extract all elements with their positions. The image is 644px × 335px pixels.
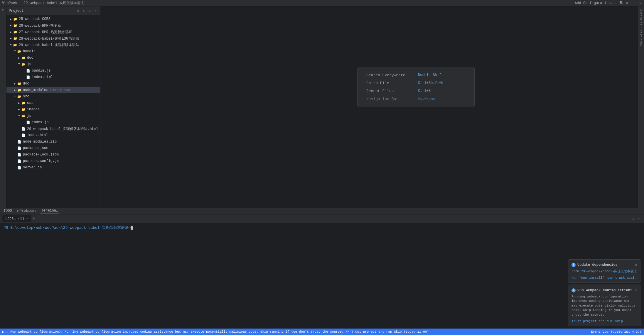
folder-open-icon: 📂 xyxy=(21,62,26,67)
tree-item-postcss-config[interactable]: ▶ 📄 postcss.config.js xyxy=(6,158,100,164)
status-bar-message: Run webpack configuration?: Running webp… xyxy=(10,330,589,334)
add-config-button[interactable]: Add Configuration... xyxy=(575,1,617,5)
js-file-icon: 📄 xyxy=(17,159,22,163)
tree-item-src[interactable]: ▼ 📂 src xyxy=(6,93,100,100)
project-tree-content[interactable]: ▶ 📁 25-webpack-CORS ▶ 📁 26-webpack-HMR-热… xyxy=(6,15,100,208)
tree-item-27-webpack-HMR[interactable]: ▶ 📁 27-webpack-HMR-热更新处理JS xyxy=(6,29,100,35)
folder-open-icon: 📂 xyxy=(13,43,18,47)
tree-item-package-lock-json[interactable]: ▶ 📄 package-lock.json xyxy=(6,151,100,158)
folder-open-icon: 📂 xyxy=(17,94,22,99)
tree-item-label: 26-webpack-HMR-热更新 xyxy=(19,23,61,28)
tab-todo[interactable]: TODO xyxy=(2,208,13,214)
html-file-icon: 📄 xyxy=(21,133,26,138)
tree-item-label: images xyxy=(27,107,40,111)
search-row-goto-file[interactable]: Go to File Ctrl+Shift+N xyxy=(366,81,466,85)
terminal-gear-icon[interactable]: ⚙ xyxy=(631,216,636,221)
terminal-local-tab[interactable]: Local (2) × xyxy=(2,215,31,222)
tree-item-index-html-src[interactable]: ▶ 📄 index.html xyxy=(6,132,100,138)
search-row-recent-files[interactable]: Recent Files Ctrl+E xyxy=(366,89,466,93)
collapse-all-icon[interactable]: ⊟ xyxy=(75,9,80,13)
arrow-icon: ▶ xyxy=(17,107,21,111)
top-bar-right: Add Configuration... 🔍 ⚙ — □ ✕ xyxy=(575,1,642,5)
tree-item-25-webpack-CORS[interactable]: ▶ 📁 25-webpack-CORS xyxy=(6,16,100,22)
json-file-icon: 📄 xyxy=(17,146,22,150)
gear-icon[interactable]: ⚙ xyxy=(87,9,92,13)
tree-item-label: bundle.js xyxy=(32,69,51,73)
tree-item-doc[interactable]: ▶ 📁 doc xyxy=(6,55,100,61)
recent-files-shortcut: Ctrl+E xyxy=(418,89,431,93)
run-icon[interactable]: ▶ xyxy=(2,330,4,334)
tree-item-29-webpack-babel[interactable]: ▼ 📂 29-webpack-babel-实现低版本语法 xyxy=(6,42,100,48)
search-row-nav-bar[interactable]: Navigation Bar Alt+Home xyxy=(366,97,466,101)
nav-bar-shortcut: Alt+Home xyxy=(418,97,435,101)
notification-webpack-close[interactable]: ✕ xyxy=(635,288,637,293)
top-bar-title: WebPack – 29-webpack-babel-实现低版本语法 xyxy=(2,1,84,6)
structure-tab[interactable]: Structure xyxy=(639,8,643,27)
folder-icon: 📁 xyxy=(13,36,18,41)
json-file-icon: 📄 xyxy=(17,152,22,157)
tree-item-package-json[interactable]: ▶ 📄 package.json xyxy=(6,145,100,151)
terminal-minimize-icon[interactable]: — xyxy=(637,216,642,221)
js-file-icon: 📄 xyxy=(26,68,31,73)
close-icon[interactable]: ✕ xyxy=(640,1,642,5)
tree-item-label: 27-webpack-HMR-热更新处理JS xyxy=(19,30,72,35)
recent-files-label: Recent Files xyxy=(366,89,413,93)
maximize-icon[interactable]: □ xyxy=(635,1,637,5)
tree-item-label: package.json xyxy=(23,146,48,150)
tree-item-doc2[interactable]: ▶ 📁 doc xyxy=(6,80,100,87)
terminal-add-icon[interactable]: + xyxy=(33,216,35,221)
notification-update-actions: Run 'npm install' Don't ask again xyxy=(571,276,637,280)
notification-update-deps: i Update dependencies ✕ From 29-webpack-… xyxy=(568,259,641,283)
goto-file-shortcut: Ctrl+Shift+N xyxy=(418,81,443,85)
terminal-cursor xyxy=(131,226,133,230)
tree-item-js2[interactable]: ▼ 📂 js xyxy=(6,113,100,119)
tree-item-index-html-bundle[interactable]: ▶ 📄 index.html xyxy=(6,74,100,80)
tree-item-29-html[interactable]: ▶ 📄 29-webpack-babel-实现低版本语法.html xyxy=(6,126,100,132)
trust-and-run-button[interactable]: Trust project and run xyxy=(571,319,612,323)
folder-open-icon: 📂 xyxy=(17,49,22,54)
tree-item-css[interactable]: ▶ 📁 css xyxy=(6,100,100,106)
tree-item-node-modules-zip[interactable]: ▶ 📄 node_modules.zip xyxy=(6,138,100,145)
minimize-icon[interactable]: — xyxy=(630,1,633,5)
terminal-prompt-line: PS E:\develop\web\WebPack\29-webpack-bab… xyxy=(4,225,640,231)
tree-item-label: js xyxy=(27,114,31,118)
tree-item-node-modules[interactable]: ▶ 📁 node_modules library root xyxy=(6,87,100,93)
tree-item-label: package-lock.json xyxy=(23,153,59,157)
tree-item-26-webpack-HMR[interactable]: ▶ 📁 26-webpack-HMR-热更新 xyxy=(6,22,100,29)
settings-icon-btn[interactable]: ⚙ xyxy=(626,1,628,5)
folder-icon: 📁 xyxy=(17,81,22,86)
terminal-tab-label: Terminal xyxy=(41,209,58,213)
favorites-tab[interactable]: Favorites xyxy=(639,28,643,48)
tab-terminal[interactable]: Terminal xyxy=(40,208,59,214)
skip-button[interactable]: Skip xyxy=(615,319,623,323)
status-bar-right: Event Log TypeScript 4.3.5 xyxy=(591,330,642,334)
search-icon-btn[interactable]: 🔍 xyxy=(619,1,624,5)
tree-item-images[interactable]: ▶ 📁 images xyxy=(6,106,100,113)
tree-item-js[interactable]: ▼ 📂 js xyxy=(6,61,100,67)
goto-file-label: Go to File xyxy=(366,81,413,85)
notification-project-link[interactable]: 29-webpack-babel-实现低版本语法 xyxy=(581,270,637,273)
tree-item-bundle[interactable]: ▼ 📂 bundle xyxy=(6,48,100,55)
run-npm-install-button[interactable]: Run 'npm install' xyxy=(571,276,604,280)
search-row-everywhere[interactable]: Search Everywhere Double Shift xyxy=(366,73,466,77)
terminal-path: PS E:\develop\web\WebPack\29-webpack-bab… xyxy=(4,225,131,231)
search-popup: Search Everywhere Double Shift Go to Fil… xyxy=(357,67,475,107)
js-file-icon: 📄 xyxy=(17,165,22,170)
status-bar: ▶ ⚠ Run webpack configuration?: Running … xyxy=(0,329,644,335)
event-log-button[interactable]: Event Log xyxy=(591,330,608,334)
sort-icon[interactable]: ⇅ xyxy=(81,9,86,13)
dont-ask-again-button[interactable]: Don't ask again xyxy=(607,276,636,280)
tree-item-28-webpack-babel[interactable]: ▶ 📁 28-webpack-babel-砖换ES678语法 xyxy=(6,35,100,42)
tab-problems[interactable]: Problems xyxy=(16,208,38,214)
tree-item-server-js[interactable]: ▶ 📄 server.js xyxy=(6,164,100,171)
notification-update-close[interactable]: ✕ xyxy=(635,263,637,268)
todo-tab-label: TODO xyxy=(4,209,12,213)
close-tree-icon[interactable]: ✕ xyxy=(93,9,98,13)
terminal-content[interactable]: PS E:\develop\web\WebPack\29-webpack-bab… xyxy=(0,223,644,329)
tree-item-index-js[interactable]: ▶ 📄 index.js xyxy=(6,119,100,126)
tree-item-label: 29-webpack-babel-实现低版本语法 xyxy=(19,43,79,48)
sidebar-project-icon[interactable]: P xyxy=(1,8,6,13)
terminal-close-tab-icon[interactable]: × xyxy=(27,217,28,220)
html-file-icon: 📄 xyxy=(26,75,31,79)
tree-item-bundle-js[interactable]: ▶ 📄 bundle.js xyxy=(6,67,100,74)
